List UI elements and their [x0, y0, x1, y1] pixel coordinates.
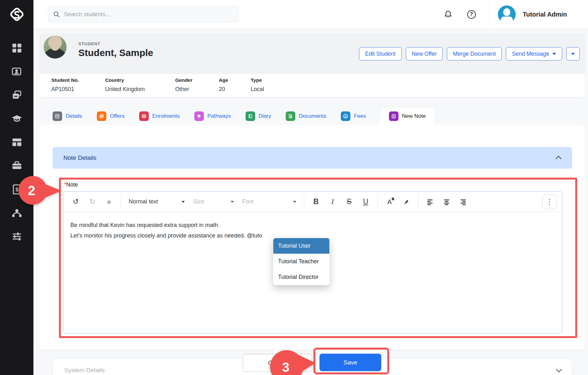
- student-header-card: STUDENT Student, Sample Edit Student New…: [39, 33, 585, 97]
- bold-button[interactable]: B: [309, 195, 323, 209]
- sidebar-item-dashboard[interactable]: [0, 36, 33, 60]
- merge-document-button[interactable]: Merge Document: [447, 47, 502, 60]
- app-logo[interactable]: [0, 0, 33, 29]
- header-divider: [490, 0, 490, 29]
- search-box[interactable]: [48, 6, 239, 22]
- underline-button[interactable]: U: [358, 195, 373, 209]
- more-actions-button[interactable]: [566, 47, 580, 60]
- highlight-button[interactable]: [399, 195, 413, 209]
- user-name: Tutorial Admin: [523, 11, 567, 18]
- tab-pathways[interactable]: Pathways: [194, 108, 231, 125]
- undo-icon: ↺: [73, 197, 79, 206]
- help-button[interactable]: ?: [466, 9, 477, 20]
- student-band: STUDENT Student, Sample Edit Student New…: [39, 33, 585, 74]
- align-right-button[interactable]: [456, 195, 470, 209]
- layout-icon: [11, 137, 23, 148]
- font-size-select[interactable]: Size: [190, 195, 237, 209]
- user-avatar-icon: [498, 5, 516, 23]
- tab-documents[interactable]: Documents: [286, 108, 326, 125]
- briefcase-icon: [11, 160, 23, 172]
- tab-diary[interactable]: Diary: [246, 108, 271, 125]
- kebab-icon: ⋮: [546, 198, 553, 206]
- tab-details[interactable]: Details: [53, 108, 82, 125]
- italic-button[interactable]: I: [325, 195, 340, 209]
- send-message-button[interactable]: Send Message: [506, 47, 562, 60]
- student-actions: Edit Student New Offer Merge Document Se…: [359, 47, 580, 60]
- tab-enrolments[interactable]: Enrolments: [139, 108, 180, 125]
- svg-text:$: $: [345, 115, 347, 118]
- tab-fees[interactable]: $ Fees: [341, 108, 366, 125]
- cancel-button[interactable]: Cancel: [243, 354, 312, 372]
- chevron-up-icon[interactable]: [556, 156, 561, 161]
- tab-new-note[interactable]: New Note: [381, 108, 434, 125]
- diary-book-icon: [246, 111, 255, 121]
- mention-option-tutorial-user[interactable]: Tutorial User: [273, 238, 329, 254]
- info-field-age: Age 20: [219, 77, 228, 93]
- sidebar-item-services[interactable]: [0, 154, 33, 178]
- tab-label: Fees: [354, 113, 366, 119]
- eraser-icon: ◆: [107, 198, 111, 205]
- toolbar-more-button[interactable]: ⋮: [542, 195, 557, 209]
- undo-button[interactable]: ↺: [68, 195, 83, 209]
- tab-label: New Note: [402, 113, 426, 119]
- info-field-student-no: Student No. AP10501: [51, 77, 79, 93]
- info-field-type: Type Local: [251, 77, 264, 93]
- new-offer-button[interactable]: New Offer: [406, 47, 443, 60]
- info-value: Local: [251, 86, 264, 93]
- required-asterisk: *: [64, 181, 66, 188]
- align-center-button[interactable]: [439, 195, 454, 209]
- edit-student-button[interactable]: Edit Student: [359, 47, 401, 60]
- clear-format-button[interactable]: ◆: [102, 195, 116, 209]
- sliders-icon: [11, 230, 23, 243]
- mention-option-tutorial-director[interactable]: Tutorial Director: [273, 269, 329, 285]
- new-note-icon: [389, 111, 398, 121]
- sidebar-item-students[interactable]: [0, 60, 33, 83]
- enrolments-table-icon: [139, 111, 149, 121]
- sidebar-item-settings[interactable]: [0, 225, 33, 248]
- sidebar-item-invoices[interactable]: $: [0, 178, 33, 201]
- system-details-header[interactable]: System Details: [53, 358, 572, 375]
- sidebar-item-courses[interactable]: [0, 107, 33, 131]
- chevron-down-icon: [571, 53, 575, 55]
- chevron-down-icon: [231, 201, 234, 203]
- redo-button[interactable]: ↻: [85, 195, 100, 209]
- tab-label: Details: [66, 113, 82, 119]
- font-family-select[interactable]: Font: [239, 195, 299, 209]
- chevron-down-icon[interactable]: [556, 366, 562, 372]
- sidebar-item-pages[interactable]: [0, 83, 33, 107]
- student-name: Student, Sample: [78, 47, 153, 58]
- student-photo-avatar: [44, 36, 67, 59]
- sidebar-item-agents[interactable]: [0, 201, 33, 225]
- align-left-button[interactable]: [423, 195, 437, 209]
- logo-icon: [8, 6, 25, 23]
- note-details-header[interactable]: Note Details: [53, 147, 572, 169]
- tab-label: Documents: [299, 113, 326, 119]
- note-field-label: *Note: [64, 181, 78, 188]
- note-details-title: Note Details: [63, 154, 97, 161]
- font-size-value: Size: [193, 198, 204, 205]
- chevron-down-icon: [552, 53, 556, 55]
- toolbar-divider: [121, 194, 121, 210]
- mention-option-tutorial-teacher[interactable]: Tutorial Teacher: [273, 254, 329, 269]
- fees-dollar-icon: $: [341, 111, 350, 121]
- tab-offers[interactable]: Offers: [97, 108, 125, 125]
- details-doc-icon: [53, 111, 62, 121]
- toolbar-divider: [418, 194, 418, 210]
- notifications-button[interactable]: [443, 9, 454, 20]
- copy-pages-icon: [11, 89, 23, 101]
- chevron-down-icon: [182, 201, 185, 203]
- svg-text:$: $: [15, 187, 18, 192]
- strikethrough-button[interactable]: S: [342, 195, 356, 209]
- help-icon: ?: [467, 10, 476, 19]
- sidebar-item-boards[interactable]: [0, 131, 33, 154]
- info-label: Age: [219, 77, 228, 83]
- mention-dropdown: Tutorial User Tutorial Teacher Tutorial …: [273, 238, 330, 285]
- info-field-country: Country United Kingdom: [105, 77, 145, 93]
- save-button[interactable]: Save: [319, 354, 381, 371]
- mention-option-label: Tutorial User: [278, 243, 311, 249]
- note-label-text: Note: [66, 181, 78, 188]
- font-color-button[interactable]: A: [382, 195, 397, 209]
- paragraph-style-select[interactable]: Normal text: [125, 195, 188, 209]
- user-menu[interactable]: Tutorial Admin: [498, 0, 567, 29]
- search-input[interactable]: [64, 11, 233, 18]
